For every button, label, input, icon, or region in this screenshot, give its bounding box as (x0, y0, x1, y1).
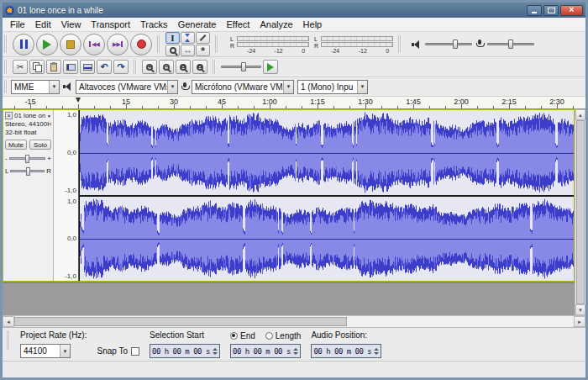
end-radio[interactable] (230, 332, 238, 340)
play-button[interactable] (36, 34, 58, 55)
paste-button[interactable] (46, 60, 61, 74)
spinner-icon[interactable] (293, 348, 298, 355)
toolbar-grip[interactable] (134, 60, 137, 73)
toolbar-grip[interactable] (7, 330, 10, 350)
menu-item-edit[interactable]: Edit (30, 18, 56, 30)
slider-thumb[interactable] (26, 167, 30, 176)
menu-item-transport[interactable]: Transport (86, 18, 135, 30)
track-name[interactable]: 01 lone onc (14, 112, 45, 119)
timeline-ruler[interactable]: -151530451:001:151:301:452:002:152:30 (3, 97, 585, 109)
length-radio-label[interactable]: Length (276, 331, 302, 340)
slider-thumb[interactable] (508, 40, 513, 49)
playback-meter[interactable]: LR -24-120 (230, 34, 309, 55)
waveform-canvas[interactable] (79, 110, 574, 281)
vertical-scroll-thumb[interactable] (576, 120, 585, 304)
recording-device-combo[interactable]: Micrófono (VMware VMs ▼ (192, 80, 294, 94)
fit-project-button[interactable] (192, 60, 207, 74)
toolbar-grip[interactable] (157, 35, 160, 52)
selection-start-field[interactable]: 00 h 00 m 00 s (150, 344, 220, 358)
pan-slider[interactable]: L R (5, 167, 51, 175)
output-volume-slider[interactable] (425, 39, 472, 50)
snap-to-checkbox[interactable] (131, 347, 139, 356)
horizontal-scroll-thumb[interactable] (14, 317, 347, 326)
maximize-button[interactable] (543, 5, 559, 16)
toolbar-grip[interactable] (398, 35, 402, 52)
waveform-area[interactable] (79, 110, 574, 281)
toolbar-grip[interactable] (4, 60, 8, 73)
play-at-speed-button[interactable] (263, 60, 278, 74)
skip-start-button[interactable]: ◀◀ (83, 34, 105, 55)
scroll-up-button[interactable]: ▲ (575, 109, 585, 120)
menu-item-effect[interactable]: Effect (222, 18, 255, 30)
menu-item-analyze[interactable]: Analyze (255, 18, 297, 30)
trim-button[interactable] (63, 60, 78, 74)
scroll-left-button[interactable]: ◄ (3, 316, 14, 327)
horizontal-scrollbar[interactable]: ◄ ► (3, 315, 585, 327)
meter-channel-label: R (314, 44, 318, 49)
gain-slider[interactable]: - + (5, 155, 51, 162)
pause-button[interactable] (13, 34, 34, 55)
selection-tool-button[interactable]: I (165, 32, 180, 44)
track-close-button[interactable]: × (5, 112, 13, 119)
slider-thumb[interactable] (241, 62, 246, 71)
toolbar-grip[interactable] (215, 35, 218, 52)
solo-button[interactable]: Solo (29, 140, 51, 150)
playback-device-combo[interactable]: Altavoces (VMware VMs ▼ (76, 80, 178, 94)
redo-button[interactable]: ↷ (113, 60, 129, 74)
scrollbar-track[interactable] (347, 316, 574, 327)
spinner-icon[interactable] (374, 348, 379, 355)
input-channels-combo[interactable]: 1 (Mono) Inpu ▼ (297, 80, 368, 94)
scroll-right-button[interactable]: ► (574, 316, 585, 327)
vertical-ruler[interactable]: 1,00,0-1,01,00,0-1,0 (54, 110, 79, 281)
play-speed-slider[interactable] (221, 61, 261, 72)
zoom-tool-button[interactable] (165, 45, 180, 56)
silence-button[interactable] (80, 60, 95, 74)
slider-thumb[interactable] (453, 40, 458, 49)
mute-button[interactable]: Mute (5, 140, 27, 150)
menu-item-help[interactable]: Help (298, 18, 328, 30)
cut-button[interactable]: ✂ (13, 60, 28, 74)
vertical-scrollbar[interactable]: ▲ ▼ (575, 109, 585, 315)
length-radio[interactable] (265, 332, 273, 340)
play-at-speed-icon (267, 63, 274, 71)
close-button[interactable]: × (560, 5, 583, 16)
envelope-tool-button[interactable] (181, 32, 195, 44)
toolbar-grip[interactable] (4, 35, 8, 52)
pan-right-label: R (46, 167, 51, 175)
zoom-in-button[interactable]: + (142, 60, 157, 74)
undo-button[interactable]: ↶ (97, 60, 112, 74)
fit-selection-button[interactable] (176, 60, 191, 74)
toolbar-grip[interactable] (4, 80, 8, 92)
titlebar[interactable]: 01 lone once in a while × (3, 3, 585, 18)
audio-host-combo[interactable]: MME ▼ (11, 80, 60, 94)
menu-item-generate[interactable]: Generate (173, 18, 222, 30)
skip-end-button[interactable]: ▶▶ (107, 34, 129, 55)
audio-position-label: Audio Position: (311, 330, 381, 340)
slider-thumb[interactable] (25, 155, 29, 163)
track-control-panel: × 01 lone onc ▼ Stereo, 44100Hz 32-bit f… (3, 110, 54, 281)
zoom-out-icon: − (163, 64, 170, 71)
record-button[interactable] (130, 34, 152, 55)
gain-min-label: - (5, 155, 8, 162)
multi-tool-button[interactable]: * (196, 45, 210, 56)
menu-item-tracks[interactable]: Tracks (135, 18, 173, 30)
selection-end-field[interactable]: 00 h 00 m 00 s (230, 344, 301, 358)
timeshift-tool-button[interactable]: ↔ (181, 45, 195, 56)
menu-item-file[interactable]: File (5, 18, 30, 30)
toolbar-grip[interactable] (213, 60, 216, 73)
end-radio-label[interactable]: End (240, 331, 255, 340)
draw-tool-button[interactable] (196, 32, 210, 44)
copy-button[interactable] (29, 60, 45, 74)
recording-meter[interactable]: LR -24-120 (314, 34, 393, 55)
menubar: FileEditViewTransportTracksGenerateEffec… (3, 18, 585, 32)
project-rate-combo[interactable]: 44100 ▼ (20, 344, 71, 358)
minimize-button[interactable] (527, 5, 542, 16)
spinner-icon[interactable] (213, 348, 218, 355)
stop-button[interactable] (60, 34, 81, 55)
track-menu-chevron-icon[interactable]: ▼ (47, 113, 51, 119)
menu-item-view[interactable]: View (56, 18, 87, 30)
audio-position-field[interactable]: 00 h 00 m 00 s (311, 344, 381, 358)
zoom-out-button[interactable]: − (159, 60, 174, 74)
input-volume-slider[interactable] (487, 39, 534, 50)
scroll-down-button[interactable]: ▼ (575, 304, 585, 315)
